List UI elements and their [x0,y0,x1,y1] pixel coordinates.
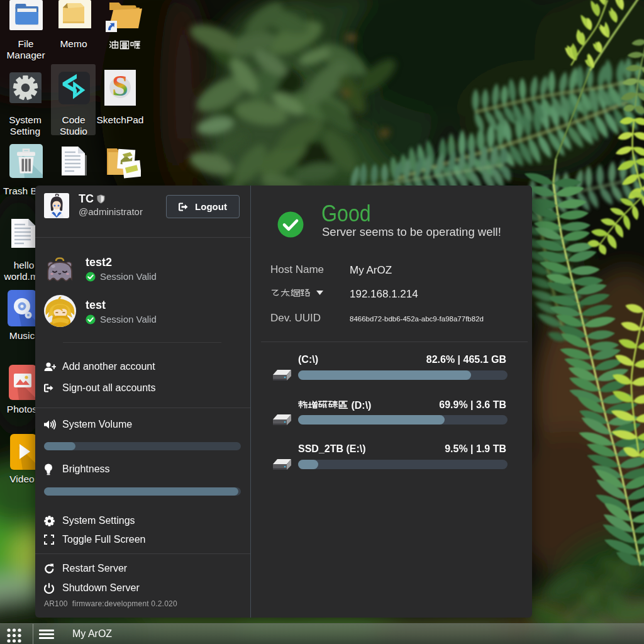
svg-text:S: S [112,70,128,102]
